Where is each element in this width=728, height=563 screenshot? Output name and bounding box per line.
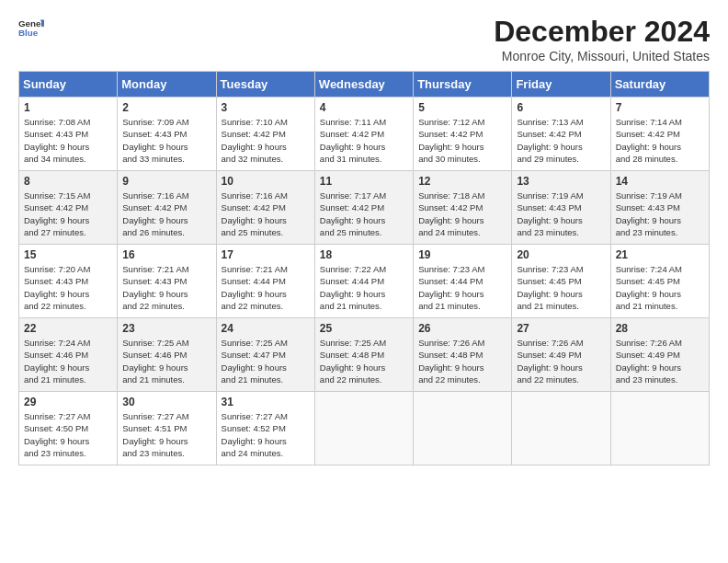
day-info: Sunrise: 7:21 AM Sunset: 4:44 PM Dayligh… <box>222 263 310 312</box>
day-cell: 13Sunrise: 7:19 AM Sunset: 4:43 PM Dayli… <box>512 171 610 245</box>
day-number: 31 <box>222 396 310 408</box>
day-number: 22 <box>24 322 112 335</box>
day-number: 11 <box>320 175 408 188</box>
day-cell: 15Sunrise: 7:20 AM Sunset: 4:43 PM Dayli… <box>19 245 118 318</box>
day-cell: 6Sunrise: 7:13 AM Sunset: 4:42 PM Daylig… <box>512 98 610 171</box>
day-number: 30 <box>122 396 210 408</box>
day-info: Sunrise: 7:22 AM Sunset: 4:44 PM Dayligh… <box>320 263 408 312</box>
day-info: Sunrise: 7:25 AM Sunset: 4:48 PM Dayligh… <box>320 337 408 385</box>
day-cell: 7Sunrise: 7:14 AM Sunset: 4:42 PM Daylig… <box>610 98 709 171</box>
day-number: 4 <box>320 101 408 114</box>
day-info: Sunrise: 7:16 AM Sunset: 4:42 PM Dayligh… <box>222 190 310 238</box>
day-number: 15 <box>24 248 112 261</box>
day-info: Sunrise: 7:16 AM Sunset: 4:42 PM Dayligh… <box>122 190 210 238</box>
logo-icon: General Blue <box>18 15 44 40</box>
day-number: 9 <box>122 175 210 188</box>
header: General Blue December 2024 Monroe City, … <box>18 15 710 63</box>
day-info: Sunrise: 7:24 AM Sunset: 4:45 PM Dayligh… <box>616 263 704 312</box>
day-cell: 21Sunrise: 7:24 AM Sunset: 4:45 PM Dayli… <box>610 245 709 318</box>
day-cell: 24Sunrise: 7:25 AM Sunset: 4:47 PM Dayli… <box>216 318 314 392</box>
header-cell-saturday: Saturday <box>610 72 709 98</box>
header-cell-thursday: Thursday <box>414 72 512 98</box>
day-cell: 2Sunrise: 7:09 AM Sunset: 4:43 PM Daylig… <box>118 98 216 171</box>
page-title: December 2024 <box>494 15 710 49</box>
week-row-4: 22Sunrise: 7:24 AM Sunset: 4:46 PM Dayli… <box>19 318 710 392</box>
day-cell: 9Sunrise: 7:16 AM Sunset: 4:42 PM Daylig… <box>118 171 216 245</box>
day-cell: 10Sunrise: 7:16 AM Sunset: 4:42 PM Dayli… <box>216 171 314 245</box>
day-info: Sunrise: 7:23 AM Sunset: 4:45 PM Dayligh… <box>517 263 605 312</box>
logo: General Blue <box>18 15 44 40</box>
day-number: 23 <box>122 322 210 335</box>
day-info: Sunrise: 7:13 AM Sunset: 4:42 PM Dayligh… <box>517 116 605 165</box>
day-cell: 17Sunrise: 7:21 AM Sunset: 4:44 PM Dayli… <box>216 245 314 318</box>
week-row-5: 29Sunrise: 7:27 AM Sunset: 4:50 PM Dayli… <box>19 392 710 465</box>
day-number: 20 <box>517 248 605 261</box>
day-info: Sunrise: 7:27 AM Sunset: 4:51 PM Dayligh… <box>122 410 210 459</box>
day-cell: 8Sunrise: 7:15 AM Sunset: 4:42 PM Daylig… <box>19 171 118 245</box>
header-row: SundayMondayTuesdayWednesdayThursdayFrid… <box>19 72 710 98</box>
day-cell: 25Sunrise: 7:25 AM Sunset: 4:48 PM Dayli… <box>314 318 413 392</box>
day-cell <box>610 392 709 465</box>
day-cell: 12Sunrise: 7:18 AM Sunset: 4:42 PM Dayli… <box>414 171 512 245</box>
day-info: Sunrise: 7:27 AM Sunset: 4:52 PM Dayligh… <box>222 410 310 459</box>
day-cell: 11Sunrise: 7:17 AM Sunset: 4:42 PM Dayli… <box>314 171 413 245</box>
day-cell: 26Sunrise: 7:26 AM Sunset: 4:48 PM Dayli… <box>414 318 512 392</box>
day-number: 13 <box>517 175 605 188</box>
day-info: Sunrise: 7:20 AM Sunset: 4:43 PM Dayligh… <box>24 263 112 312</box>
day-number: 26 <box>418 322 506 335</box>
day-info: Sunrise: 7:26 AM Sunset: 4:49 PM Dayligh… <box>517 337 605 385</box>
svg-text:General: General <box>18 18 44 29</box>
day-number: 7 <box>616 101 704 114</box>
header-cell-monday: Monday <box>118 72 216 98</box>
day-info: Sunrise: 7:19 AM Sunset: 4:43 PM Dayligh… <box>616 190 704 238</box>
title-area: December 2024 Monroe City, Missouri, Uni… <box>494 15 710 63</box>
day-cell: 4Sunrise: 7:11 AM Sunset: 4:42 PM Daylig… <box>314 98 413 171</box>
day-info: Sunrise: 7:11 AM Sunset: 4:42 PM Dayligh… <box>320 116 408 165</box>
header-cell-friday: Friday <box>512 72 610 98</box>
day-info: Sunrise: 7:17 AM Sunset: 4:42 PM Dayligh… <box>320 190 408 238</box>
day-info: Sunrise: 7:24 AM Sunset: 4:46 PM Dayligh… <box>24 337 112 385</box>
day-info: Sunrise: 7:08 AM Sunset: 4:43 PM Dayligh… <box>24 116 112 165</box>
day-cell <box>314 392 413 465</box>
day-number: 10 <box>222 175 310 188</box>
calendar-header: SundayMondayTuesdayWednesdayThursdayFrid… <box>19 72 710 98</box>
day-number: 28 <box>616 322 704 335</box>
svg-text:Blue: Blue <box>18 28 39 38</box>
day-info: Sunrise: 7:25 AM Sunset: 4:47 PM Dayligh… <box>222 337 310 385</box>
week-row-2: 8Sunrise: 7:15 AM Sunset: 4:42 PM Daylig… <box>19 171 710 245</box>
day-cell: 27Sunrise: 7:26 AM Sunset: 4:49 PM Dayli… <box>512 318 610 392</box>
day-info: Sunrise: 7:27 AM Sunset: 4:50 PM Dayligh… <box>24 410 112 459</box>
day-cell: 1Sunrise: 7:08 AM Sunset: 4:43 PM Daylig… <box>19 98 118 171</box>
day-number: 1 <box>24 101 112 114</box>
day-number: 5 <box>418 101 506 114</box>
day-info: Sunrise: 7:26 AM Sunset: 4:48 PM Dayligh… <box>418 337 506 385</box>
day-info: Sunrise: 7:23 AM Sunset: 4:44 PM Dayligh… <box>418 263 506 312</box>
day-number: 29 <box>24 396 112 408</box>
day-number: 12 <box>418 175 506 188</box>
day-info: Sunrise: 7:09 AM Sunset: 4:43 PM Dayligh… <box>122 116 210 165</box>
day-cell: 22Sunrise: 7:24 AM Sunset: 4:46 PM Dayli… <box>19 318 118 392</box>
header-cell-sunday: Sunday <box>19 72 118 98</box>
day-info: Sunrise: 7:21 AM Sunset: 4:43 PM Dayligh… <box>122 263 210 312</box>
day-number: 16 <box>122 248 210 261</box>
day-info: Sunrise: 7:26 AM Sunset: 4:49 PM Dayligh… <box>616 337 704 385</box>
day-cell <box>414 392 512 465</box>
day-number: 6 <box>517 101 605 114</box>
day-number: 14 <box>616 175 704 188</box>
page-subtitle: Monroe City, Missouri, United States <box>494 49 710 63</box>
day-number: 8 <box>24 175 112 188</box>
day-number: 21 <box>616 248 704 261</box>
day-number: 18 <box>320 248 408 261</box>
calendar: SundayMondayTuesdayWednesdayThursdayFrid… <box>18 71 710 465</box>
day-info: Sunrise: 7:15 AM Sunset: 4:42 PM Dayligh… <box>24 190 112 238</box>
calendar-body: 1Sunrise: 7:08 AM Sunset: 4:43 PM Daylig… <box>19 98 710 465</box>
day-number: 3 <box>222 101 310 114</box>
day-cell: 23Sunrise: 7:25 AM Sunset: 4:46 PM Dayli… <box>118 318 216 392</box>
day-cell: 29Sunrise: 7:27 AM Sunset: 4:50 PM Dayli… <box>19 392 118 465</box>
day-cell: 16Sunrise: 7:21 AM Sunset: 4:43 PM Dayli… <box>118 245 216 318</box>
day-cell: 19Sunrise: 7:23 AM Sunset: 4:44 PM Dayli… <box>414 245 512 318</box>
day-cell: 30Sunrise: 7:27 AM Sunset: 4:51 PM Dayli… <box>118 392 216 465</box>
day-cell: 31Sunrise: 7:27 AM Sunset: 4:52 PM Dayli… <box>216 392 314 465</box>
day-cell: 28Sunrise: 7:26 AM Sunset: 4:49 PM Dayli… <box>610 318 709 392</box>
day-number: 17 <box>222 248 310 261</box>
